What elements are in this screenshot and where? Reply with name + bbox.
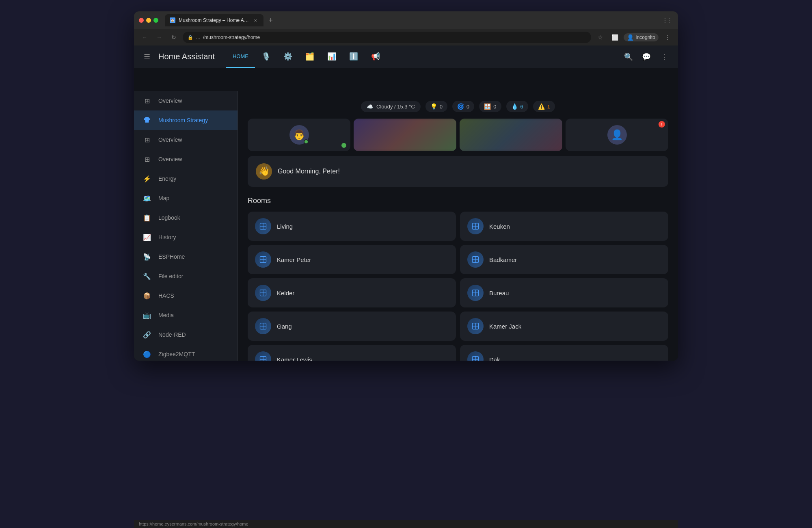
mushroom-icon [142, 115, 152, 125]
room-card-gang[interactable]: Gang [248, 312, 456, 341]
sidebar-item-node-red[interactable]: 🔗 Node-RED [134, 325, 238, 344]
room-card-bureau[interactable]: Bureau [460, 278, 668, 307]
sidebar-item-media[interactable]: 📺 Media [134, 305, 238, 325]
nav-item-settings[interactable]: ⚙️ [277, 45, 299, 68]
covers-chip[interactable]: 🪟 0 [479, 101, 501, 112]
sidebar-item-energy[interactable]: ⚡ Energy [134, 169, 238, 188]
tab-favicon-icon: 🏠 [170, 17, 175, 23]
covers-icon: 🪟 [484, 103, 491, 110]
sidebar-item-overview2[interactable]: ⊞ Overview [134, 130, 238, 149]
sidebar-item-logbook[interactable]: 📋 Logbook [134, 208, 238, 227]
sidebar-label-mushroom: Mushroom Strategy [158, 117, 229, 123]
energy-icon: ⚙️ [283, 52, 292, 61]
person-avatar-1: 👨 [289, 125, 309, 145]
sidebar-item-history[interactable]: 📈 History [134, 227, 238, 247]
more-options-button[interactable]: ⋮ [657, 50, 672, 64]
person-blurred-2 [354, 119, 456, 151]
room-icon-badkamer [467, 251, 484, 268]
room-name-kamer-lewis: Kamer Lewis [277, 356, 312, 361]
nav-item-grid[interactable]: 🗂️ [299, 45, 321, 68]
sidebar-item-hacs[interactable]: 📦 HACS [134, 286, 238, 305]
sidebar-item-overview3[interactable]: ⊞ Overview [134, 149, 238, 169]
water-count: 6 [520, 104, 523, 110]
tab-title: Mushroom Strategy – Home A… [179, 17, 249, 23]
greeting-card: 👋 Good Morning, Peter! [248, 156, 668, 187]
sidebar-label-file-editor: File editor [158, 273, 229, 279]
browser-menu-button[interactable]: ⋮⋮ [662, 15, 673, 26]
person-card-1[interactable]: 👨 [248, 119, 350, 151]
person-card-3[interactable] [460, 119, 562, 151]
room-name-kamer-peter: Kamer Peter [277, 256, 311, 263]
person-card-4[interactable]: 👤 ! [566, 119, 668, 151]
nav-item-chart[interactable]: 📊 [321, 45, 343, 68]
alerts-chip[interactable]: ⚠️ 1 [533, 101, 555, 112]
person-card-2[interactable] [354, 119, 456, 151]
sidebar-toggle-button[interactable]: ⬜ [609, 32, 620, 43]
room-card-dak[interactable]: Dak [460, 345, 668, 361]
room-icon-living [255, 218, 271, 234]
minimize-window-button[interactable] [146, 18, 151, 23]
room-icon-dak [467, 351, 484, 361]
room-card-kelder[interactable]: Kelder [248, 278, 456, 307]
hamburger-button[interactable]: ☰ [140, 50, 153, 63]
sidebar-item-mushroom[interactable]: Mushroom Strategy [134, 110, 238, 130]
status-url: https://home.eysermans.com/mushroom-stra… [139, 522, 248, 526]
incognito-button[interactable]: 👤 Incognito [624, 33, 659, 41]
room-card-kamer-jack[interactable]: Kamer Jack [460, 312, 668, 341]
search-button[interactable]: 🔍 [621, 50, 636, 64]
url-display: … [196, 35, 201, 40]
room-card-kamer-peter[interactable]: Kamer Peter [248, 245, 456, 274]
grid-icon: 🗂️ [305, 52, 314, 61]
back-button[interactable]: ← [139, 32, 150, 43]
sidebar-label-media: Media [158, 312, 229, 318]
nav-item-home[interactable]: HOME [226, 45, 255, 68]
room-card-living[interactable]: Living [248, 212, 456, 241]
room-name-kelder: Kelder [277, 290, 294, 296]
person-avatar-4: 👤 [607, 125, 627, 145]
sidebar-label-map: Map [158, 195, 229, 201]
nav-home-label: HOME [233, 53, 248, 59]
room-name-gang: Gang [277, 323, 292, 330]
room-card-kamer-lewis[interactable]: Kamer Lewis [248, 345, 456, 361]
lock-icon: 🔒 [188, 35, 193, 40]
room-card-keuken[interactable]: Keuken [460, 212, 668, 241]
bookmark-button[interactable]: ☆ [594, 32, 606, 43]
greeting-emoji: 👋 [256, 163, 272, 180]
room-icon-keuken [467, 218, 484, 234]
alerts-icon: ⚠️ [538, 103, 545, 110]
lights-chip[interactable]: 💡 0 [425, 101, 447, 112]
new-tab-button[interactable]: + [265, 15, 276, 26]
fans-chip[interactable]: 🌀 0 [452, 101, 474, 112]
sidebar: ⊞ Overview Mushroom Strategy ⊞ Overview [134, 91, 238, 361]
sidebar-label-overview3: Overview [158, 156, 229, 162]
nav-item-broadcast[interactable]: 📢 [365, 45, 387, 68]
node-red-icon: 🔗 [142, 330, 152, 340]
sidebar-item-overview1[interactable]: ⊞ Overview [134, 91, 238, 110]
person-cards: 👨 👤 ! [248, 119, 668, 151]
chat-button[interactable]: 💬 [639, 50, 654, 64]
browser-more-button[interactable]: ⋮ [662, 32, 673, 43]
reload-button[interactable]: ↻ [168, 32, 179, 43]
sidebar-item-esphome[interactable]: 📡 ESPHome [134, 247, 238, 266]
forward-button[interactable]: → [153, 32, 165, 43]
browser-tab-active[interactable]: 🏠 Mushroom Strategy – Home A… ✕ [165, 14, 263, 26]
person-blurred-3 [460, 119, 562, 151]
water-chip[interactable]: 💧 6 [506, 101, 528, 112]
address-bar[interactable]: 🔒 … /mushroom-strategy/home [183, 32, 591, 43]
sidebar-item-file-editor[interactable]: 🔧 File editor [134, 266, 238, 286]
sidebar-label-zigbee: Zigbee2MQTT [158, 351, 229, 357]
sidebar-label-overview2: Overview [158, 136, 229, 143]
close-window-button[interactable] [139, 18, 144, 23]
sidebar-item-zigbee[interactable]: 🔵 Zigbee2MQTT [134, 344, 238, 361]
tab-close-button[interactable]: ✕ [252, 17, 259, 24]
nav-item-info[interactable]: ℹ️ [343, 45, 365, 68]
sidebar-item-map[interactable]: 🗺️ Map [134, 188, 238, 208]
header-actions: 🔍 💬 ⋮ [621, 50, 672, 64]
overview2-icon: ⊞ [142, 135, 152, 145]
nav-item-microphone[interactable]: 🎙️ [255, 45, 277, 68]
weather-chip[interactable]: ☁️ Cloudy / 15.3 °C [361, 101, 421, 112]
room-card-badkamer[interactable]: Badkamer [460, 245, 668, 274]
file-editor-icon: 🔧 [142, 271, 152, 281]
maximize-window-button[interactable] [153, 18, 158, 23]
logbook-icon: 📋 [142, 213, 152, 223]
